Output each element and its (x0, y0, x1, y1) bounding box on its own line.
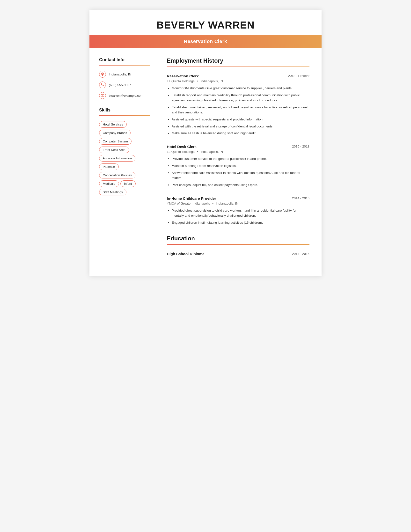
skill-tag: Hotel Services (99, 121, 127, 128)
edu-degree: High School Diploma (167, 252, 205, 256)
contact-location-text: Indianapolis, IN (109, 73, 131, 76)
skill-tag: Company Brands (99, 130, 131, 136)
skill-tag: Patience (99, 163, 119, 170)
contact-phone: (600) 555-9897 (99, 82, 150, 88)
phone-icon (99, 82, 106, 88)
sidebar: Contact Info Indianapolis, IN (600) 555-… (89, 48, 157, 266)
bullet-item: Maintain Meeting Room reservation logist… (172, 163, 309, 169)
education-section: Education High School Diploma2014 - 2014 (167, 235, 309, 256)
job-subtitle: La Quinta Holdings • Indianapolis, IN (167, 79, 309, 83)
skill-tag: Infant (120, 180, 136, 187)
bullet-item: Post charges, adjust bill, and collect p… (172, 183, 309, 188)
jobs-container: Reservation Clerk2018 - PresentLa Quinta… (167, 74, 309, 225)
job-bullets: Provide customer service to the general … (167, 156, 309, 188)
contact-location: Indianapolis, IN (99, 71, 150, 78)
education-entry: High School Diploma2014 - 2014 (167, 252, 309, 256)
resume-container: BEVERLY WARREN Reservation Clerk Contact… (89, 10, 322, 276)
job-title: Reservation Clerk (167, 74, 199, 78)
job-dates: 2016 - 2018 (292, 145, 309, 148)
bullet-item: Establish rapport and maintain credibili… (172, 93, 309, 103)
body-content: Contact Info Indianapolis, IN (600) 555-… (89, 48, 322, 266)
email-icon (99, 92, 106, 99)
skill-tag: Front Desk Area (99, 147, 129, 153)
contact-phone-text: (600) 555-9897 (109, 83, 131, 87)
skills-tags: Hotel ServicesCompany BrandsComputer Sys… (99, 121, 150, 197)
contact-email-text: bwarren@example.com (109, 94, 143, 97)
job-dates: 2018 - Present (288, 74, 309, 78)
job-entry: In-Home Childcare Provider2014 - 2016YMC… (167, 196, 309, 225)
education-container: High School Diploma2014 - 2014 (167, 252, 309, 256)
job-header: Hotel Desk Clerk2016 - 2018 (167, 145, 309, 149)
job-subtitle: La Quinta Holdings • Indianapolis, IN (167, 150, 309, 153)
employment-divider (167, 66, 309, 67)
candidate-name: BEVERLY WARREN (104, 19, 307, 31)
job-header: In-Home Childcare Provider2014 - 2016 (167, 196, 309, 201)
bullet-item: Provided direct supervision to child car… (172, 208, 309, 218)
job-title: In-Home Childcare Provider (167, 196, 216, 201)
skill-tag: Staff Meetings (99, 189, 126, 195)
employment-section-title: Employment History (167, 57, 309, 64)
bullet-item: Assisted with the retrieval and storage … (172, 124, 309, 129)
contact-section-title: Contact Info (99, 57, 150, 62)
bullet-item: Provide customer service to the general … (172, 156, 309, 162)
job-bullets: Monitor GM shipments Give great customer… (167, 86, 309, 136)
skill-tag: Cancellation Policies (99, 172, 135, 179)
bullet-item: Assisted guests with special requests an… (172, 117, 309, 122)
contact-email: bwarren@example.com (99, 92, 150, 99)
bullet-item: Engaged children in stimulating learning… (172, 220, 309, 225)
job-entry: Hotel Desk Clerk2016 - 2018La Quinta Hol… (167, 145, 309, 188)
edu-header: High School Diploma2014 - 2014 (167, 252, 309, 256)
education-section-title: Education (167, 235, 309, 242)
job-subtitle: YMCA of Greater Indianapolis • Indianapo… (167, 202, 309, 205)
education-divider (167, 244, 309, 245)
job-bullets: Provided direct supervision to child car… (167, 208, 309, 225)
skills-section-title: Skills (99, 108, 150, 113)
contact-divider (99, 65, 150, 66)
bullet-item: Monitor GM shipments Give great customer… (172, 86, 309, 91)
job-header: Reservation Clerk2018 - Present (167, 74, 309, 78)
main-content: Employment History Reservation Clerk2018… (157, 48, 322, 266)
bullet-item: Make sure all cash is balanced during sh… (172, 131, 309, 136)
job-dates: 2014 - 2016 (292, 196, 309, 200)
job-title: Hotel Desk Clerk (167, 145, 196, 149)
skill-tag: Computer System (99, 138, 131, 145)
employment-section: Employment History Reservation Clerk2018… (167, 57, 309, 225)
header: BEVERLY WARREN (89, 10, 322, 31)
edu-dates: 2014 - 2014 (292, 252, 309, 256)
skills-divider (99, 115, 150, 116)
job-entry: Reservation Clerk2018 - PresentLa Quinta… (167, 74, 309, 136)
skills-section: Skills Hotel ServicesCompany BrandsCompu… (99, 108, 150, 197)
bullet-item: Answer telephone calls Assist walk-in cl… (172, 171, 309, 181)
bullet-item: Established, maintained, reviewed, and c… (172, 105, 309, 115)
job-title: Reservation Clerk (89, 39, 322, 44)
title-banner: Reservation Clerk (89, 35, 322, 48)
skill-tag: Medicaid (99, 180, 119, 187)
location-icon (99, 71, 106, 78)
skill-tag: Accurate Information (99, 155, 135, 162)
